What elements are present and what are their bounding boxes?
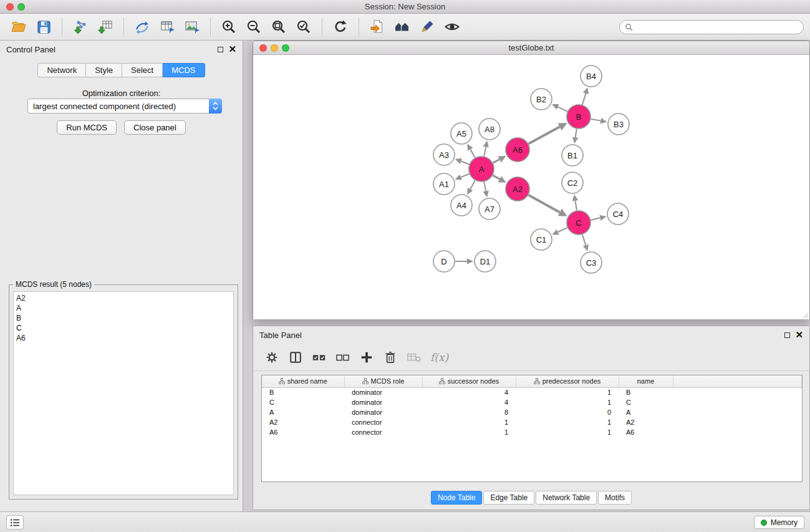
- network-window-titlebar[interactable]: testGlobe.txt: [253, 41, 809, 55]
- zoom-out-button[interactable]: [243, 16, 264, 37]
- table-cell[interactable]: B: [619, 387, 673, 397]
- column-header-successor-nodes[interactable]: successor nodes: [422, 375, 516, 387]
- table-cell[interactable]: 4: [422, 387, 516, 397]
- resize-grip-icon[interactable]: [801, 311, 809, 319]
- graph-edge[interactable]: [461, 174, 469, 177]
- table-cell[interactable]: C: [262, 397, 344, 407]
- table-cell[interactable]: 4: [422, 397, 516, 407]
- mcds-result-item[interactable]: A: [16, 303, 231, 313]
- mcds-result-list[interactable]: A2ABCA6: [13, 291, 234, 495]
- column-header-mcds-role[interactable]: MCDS role: [344, 375, 422, 387]
- graph-edge[interactable]: [493, 159, 500, 163]
- graph-edge[interactable]: [493, 175, 499, 179]
- close-table-panel-icon[interactable]: ✕: [795, 331, 803, 339]
- mcds-result-item[interactable]: A6: [16, 333, 231, 343]
- table-cell[interactable]: A: [619, 407, 673, 417]
- show-all-networks-button[interactable]: [392, 16, 413, 37]
- mcds-result-item[interactable]: B: [16, 313, 231, 323]
- graph-edge[interactable]: [582, 235, 586, 245]
- graph-edge[interactable]: [558, 228, 567, 232]
- table-cell[interactable]: 8: [422, 407, 516, 417]
- table-row[interactable]: Cdominator41C: [262, 397, 802, 407]
- zoom-fit-button[interactable]: [268, 16, 289, 37]
- table-cell[interactable]: 1: [516, 427, 619, 437]
- graph-edge[interactable]: [576, 201, 577, 210]
- table-cell[interactable]: A6: [619, 427, 673, 437]
- mcds-result-item[interactable]: C: [16, 323, 231, 333]
- deselect-all-columns-button[interactable]: [333, 348, 353, 367]
- network-zoom-traffic-light[interactable]: [282, 44, 289, 52]
- close-traffic-light[interactable]: [6, 3, 14, 11]
- network-close-traffic-light[interactable]: [259, 44, 267, 52]
- table-row[interactable]: A2connector11A2: [262, 417, 802, 427]
- tab-network-table[interactable]: Network Table: [536, 491, 597, 505]
- run-mcds-button[interactable]: Run MCDS: [57, 120, 117, 135]
- zoom-in-button[interactable]: [218, 16, 239, 37]
- table-cell[interactable]: A6: [262, 427, 344, 437]
- float-panel-icon[interactable]: [218, 47, 223, 52]
- table-cell[interactable]: A: [262, 407, 344, 417]
- column-header-predecessor-nodes[interactable]: predecessor nodes: [516, 375, 619, 387]
- close-panel-button[interactable]: Close panel: [124, 120, 186, 135]
- toggle-visibility-button[interactable]: [441, 16, 463, 37]
- optimization-criterion-dropdown[interactable]: largest connected component (directed): [27, 99, 222, 114]
- table-row[interactable]: Adominator80A: [262, 407, 802, 417]
- tab-select[interactable]: Select: [122, 63, 163, 77]
- table-cell[interactable]: 0: [516, 407, 619, 417]
- graph-edge[interactable]: [557, 107, 567, 111]
- close-panel-icon[interactable]: ✕: [228, 46, 236, 53]
- zoom-selected-button[interactable]: [293, 16, 314, 37]
- column-header-name[interactable]: name: [619, 375, 673, 387]
- tab-mcds[interactable]: MCDS: [163, 63, 205, 77]
- tab-node-table[interactable]: Node Table: [431, 491, 483, 505]
- table-cell[interactable]: B: [262, 387, 344, 397]
- table-cell[interactable]: A2: [262, 417, 344, 427]
- zoom-traffic-light[interactable]: [17, 3, 25, 11]
- toolbar-search[interactable]: [619, 20, 804, 34]
- function-builder-button[interactable]: f(x): [430, 351, 448, 364]
- table-row[interactable]: Bdominator41B: [262, 387, 802, 397]
- graph-edge[interactable]: [529, 127, 560, 143]
- table-cell[interactable]: 1: [422, 417, 516, 427]
- tab-edge-table[interactable]: Edge Table: [483, 491, 534, 505]
- graph-edge[interactable]: [461, 161, 469, 164]
- table-cell[interactable]: C: [619, 397, 673, 407]
- export-image-button[interactable]: [181, 16, 203, 37]
- table-row[interactable]: A6connector11A6: [262, 427, 802, 437]
- graph-edge[interactable]: [484, 182, 486, 191]
- export-document-button[interactable]: [367, 16, 388, 37]
- graph-edge[interactable]: [582, 94, 586, 105]
- float-table-panel-icon[interactable]: [784, 332, 790, 338]
- memory-button[interactable]: Memory: [754, 516, 804, 529]
- task-history-button[interactable]: [6, 515, 24, 530]
- tab-network[interactable]: Network: [37, 63, 86, 77]
- table-cell[interactable]: dominator: [344, 387, 422, 397]
- new-table-button[interactable]: [157, 16, 178, 37]
- column-header-shared-name[interactable]: shared name: [262, 375, 344, 387]
- table-cell[interactable]: A2: [619, 417, 673, 427]
- table-cell[interactable]: 1: [516, 417, 619, 427]
- graph-edge[interactable]: [470, 180, 475, 189]
- node-table[interactable]: shared name MCDS role successor nodes pr…: [261, 375, 803, 482]
- dropdown-stepper[interactable]: [209, 99, 222, 114]
- show-columns-button[interactable]: [286, 348, 306, 367]
- table-cell[interactable]: 1: [422, 427, 516, 437]
- import-network-button[interactable]: [70, 16, 91, 37]
- select-all-columns-button[interactable]: [309, 348, 329, 367]
- network-canvas[interactable]: AA6A2BCA1A3A4A5A7A8B1B2B3B4C1C2C3C4DD1: [253, 55, 809, 319]
- open-session-button[interactable]: [8, 16, 29, 37]
- tab-motifs[interactable]: Motifs: [598, 491, 632, 505]
- graph-edge[interactable]: [484, 147, 486, 157]
- create-column-button[interactable]: [357, 348, 377, 367]
- save-session-button[interactable]: [33, 16, 54, 37]
- import-table-button[interactable]: [95, 16, 116, 37]
- table-cell[interactable]: 1: [516, 397, 619, 407]
- graph-edge[interactable]: [576, 129, 577, 137]
- graph-edge[interactable]: [591, 218, 600, 220]
- graph-edge[interactable]: [470, 149, 475, 157]
- table-cell[interactable]: connector: [344, 427, 422, 437]
- table-settings-button[interactable]: [262, 348, 282, 367]
- delete-table-button[interactable]: [404, 348, 424, 367]
- annotation-mode-button[interactable]: [417, 16, 438, 37]
- table-cell[interactable]: dominator: [344, 407, 422, 417]
